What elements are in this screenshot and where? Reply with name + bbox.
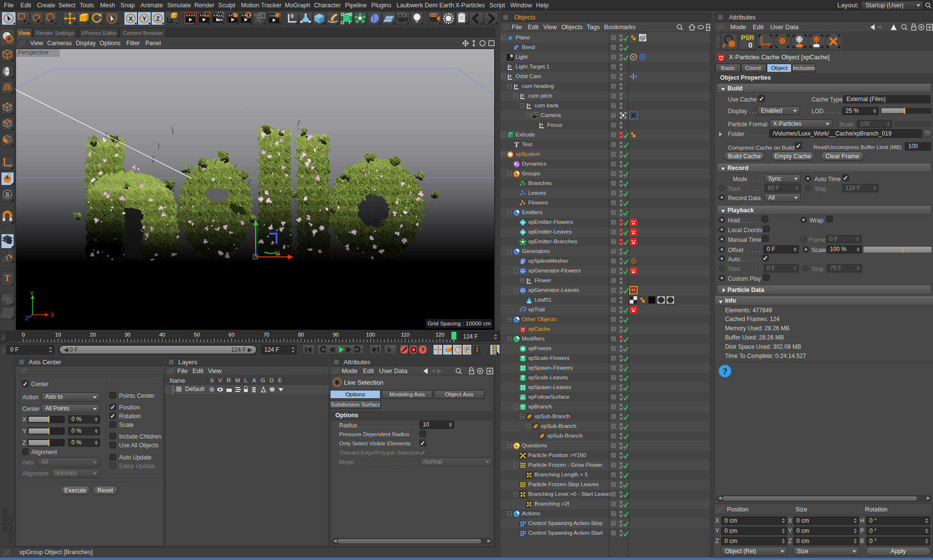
svg-text:50: 50	[194, 332, 200, 338]
svg-text:S: S	[5, 191, 10, 198]
svg-text:X: X	[51, 312, 54, 318]
svg-text:IFF: IFF	[218, 18, 223, 22]
svg-text:120: 120	[435, 332, 444, 338]
svg-text:60: 60	[229, 332, 235, 338]
svg-text:0: 0	[516, 84, 518, 88]
svg-text:?: ?	[723, 366, 727, 376]
svg-text:0: 0	[541, 122, 543, 127]
svg-text:0: 0	[291, 13, 294, 19]
svg-text:0: 0	[522, 93, 524, 98]
svg-text:T: T	[514, 141, 519, 149]
svg-text:100: 100	[366, 332, 375, 338]
svg-text:Z: Z	[25, 315, 29, 321]
svg-text:30: 30	[124, 332, 130, 338]
svg-text:40: 40	[159, 332, 165, 338]
svg-text:0: 0	[509, 74, 511, 78]
svg-text:0: 0	[509, 64, 511, 68]
svg-text:?: ?	[421, 347, 425, 353]
svg-text:V: V	[632, 55, 635, 60]
svg-text:Y: Y	[30, 290, 34, 296]
svg-text:110: 110	[401, 332, 410, 338]
svg-text:80: 80	[298, 332, 304, 338]
svg-text:P: P	[466, 347, 469, 353]
svg-text:Y: Y	[142, 15, 147, 22]
svg-text:20: 20	[90, 332, 96, 338]
svg-text:T: T	[4, 273, 11, 283]
svg-text:Z: Z	[156, 15, 160, 22]
svg-text:0: 0	[528, 278, 530, 282]
svg-text:X: X	[129, 15, 133, 22]
svg-text:10: 10	[55, 332, 61, 338]
svg-text:70: 70	[263, 332, 269, 338]
svg-text:0: 0	[22, 332, 25, 338]
svg-text:0: 0	[528, 103, 530, 107]
svg-text:90: 90	[333, 332, 339, 338]
